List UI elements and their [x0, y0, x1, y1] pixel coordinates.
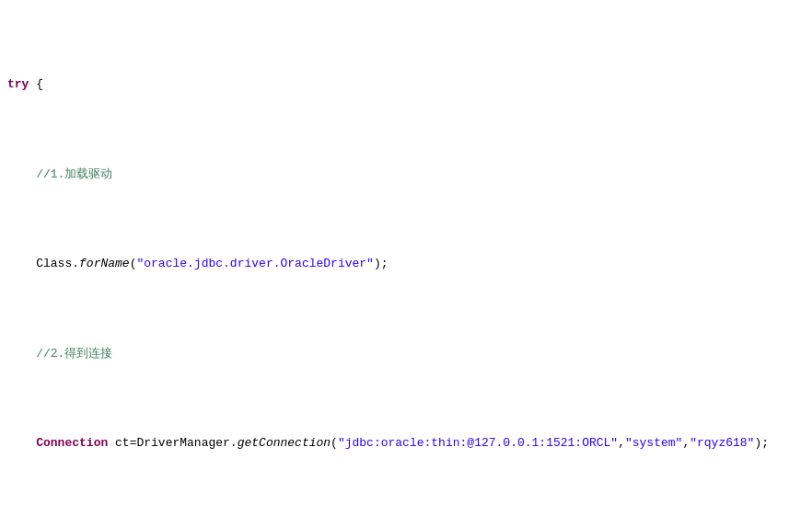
comment: //2.得到连接	[36, 345, 112, 363]
code-line-4: //2.得到连接	[7, 345, 805, 363]
code-line-2: //1.加载驱动	[7, 166, 805, 184]
code-line-3: Class.forName("oracle.jdbc.driver.Oracle…	[7, 255, 805, 273]
code-editor: try { //1.加载驱动 Class.forName("oracle.jdb…	[0, 0, 812, 516]
comment: //1.加载驱动	[36, 166, 112, 184]
keyword-try: try	[7, 75, 29, 94]
code-line-5: Connection ct=DriverManager.getConnectio…	[7, 434, 805, 453]
code-line-1: try {	[7, 75, 805, 94]
